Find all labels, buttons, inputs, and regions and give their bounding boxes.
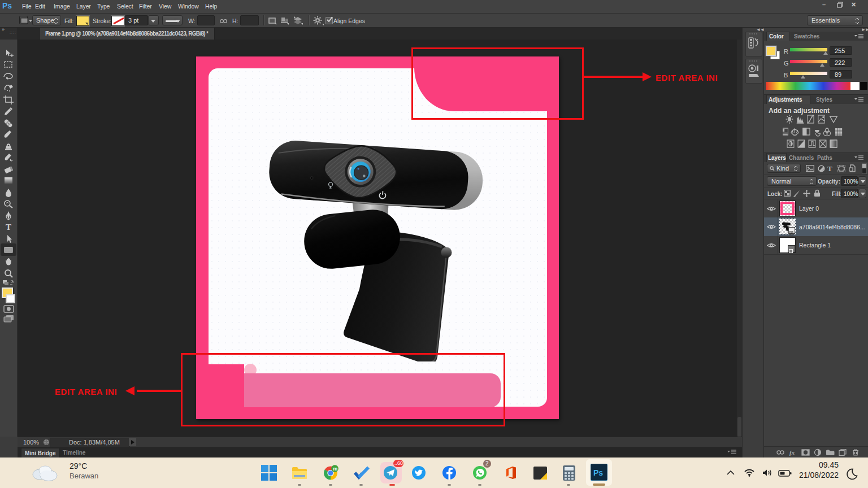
svg-text:T: T xyxy=(6,223,11,232)
svg-text:Ps: Ps xyxy=(593,468,603,477)
svg-text:fx: fx xyxy=(789,449,795,456)
svg-text:m: m xyxy=(333,466,337,472)
